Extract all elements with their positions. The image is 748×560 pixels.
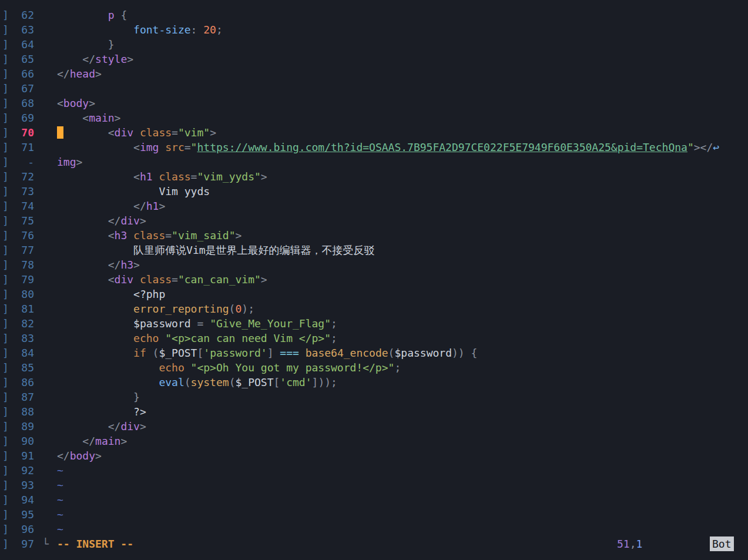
fold-column-marker: ]	[0, 375, 9, 390]
code-line: ]66</head>	[0, 66, 748, 81]
code-token: </	[57, 68, 70, 80]
fold-column-marker: ]	[0, 110, 9, 125]
code-line: ]64 }	[0, 37, 748, 52]
code-text: ~	[57, 463, 748, 478]
code-line: ]73 Vim yyds	[0, 184, 748, 199]
code-line: ]81 error_reporting(0);	[0, 301, 748, 316]
code-line: ]89 </div>	[0, 419, 748, 434]
code-text: </div>	[57, 213, 748, 228]
code-token: ]	[312, 376, 318, 388]
code-token: ~	[57, 494, 63, 506]
code-token: =	[185, 141, 191, 153]
line-number: 97	[9, 536, 34, 551]
code-token	[57, 405, 133, 418]
scroll-position-indicator: Bot	[710, 536, 734, 551]
ruler-column: 1	[636, 538, 643, 550]
code-token: (	[388, 347, 395, 359]
line-number: 63	[9, 22, 34, 37]
code-line: ]75 </div>	[0, 213, 748, 228]
fold-column-marker: ]	[0, 96, 9, 110]
code-token: (	[229, 303, 236, 315]
code-token: <	[133, 170, 140, 183]
code-token: >	[140, 420, 146, 432]
code-token: base64_encode	[306, 347, 388, 359]
code-token	[57, 332, 133, 344]
code-text: ~	[57, 522, 748, 536]
editor[interactable]: ]62 p {]63 font-size: 20;]64 }]65 </styl…	[0, 0, 748, 560]
fold-column-marker: ]	[0, 434, 9, 448]
line-number: 96	[9, 522, 34, 536]
code-token: "<p>Oh You got my password!</p>"	[191, 361, 395, 374]
code-token	[57, 170, 133, 183]
code-token: head	[70, 68, 95, 80]
code-token: ~	[57, 479, 63, 491]
line-number: 81	[9, 301, 34, 316]
code-token: class	[159, 170, 190, 183]
code-token: ;	[331, 332, 337, 344]
code-token: </	[700, 141, 713, 153]
line-number: 73	[9, 184, 34, 199]
code-token: [	[274, 376, 280, 388]
code-line: ]68<body>	[0, 96, 748, 110]
code-text: </div>	[57, 419, 748, 434]
code-text: <h3 class="vim_said">	[57, 228, 748, 243]
code-token: class	[140, 273, 172, 286]
code-token: $password	[133, 317, 191, 330]
code-token: h1	[146, 200, 159, 212]
code-token: 20	[203, 24, 216, 36]
code-text: <div class="vim">	[57, 125, 748, 140]
code-token: 'cmd'	[280, 376, 311, 388]
code-token: img	[140, 141, 159, 153]
code-token: p	[108, 9, 115, 21]
code-token	[153, 170, 159, 183]
code-token	[57, 303, 133, 315]
code-token: >	[133, 259, 140, 271]
status-line: ] 97 └ -- INSERT -- 51,1 Bot	[0, 536, 748, 551]
code-token: =	[172, 273, 178, 286]
code-token: ↩	[713, 141, 719, 153]
code-token	[133, 126, 140, 139]
line-number: 71	[9, 140, 34, 155]
fold-column-marker: ]	[0, 346, 9, 360]
line-number: 74	[9, 199, 34, 213]
code-line: ]88 ?>	[0, 404, 748, 419]
code-token	[57, 53, 82, 65]
code-token: div	[120, 420, 140, 432]
code-token	[127, 229, 133, 242]
line-number: 68	[9, 96, 34, 110]
fold-column-marker: ]	[0, 81, 9, 96]
code-token: <	[108, 273, 115, 286]
code-token	[191, 317, 197, 330]
line-number: 90	[9, 434, 34, 448]
code-token: font-size	[133, 24, 191, 36]
code-text: error_reporting(0);	[57, 301, 748, 316]
code-token: >	[115, 112, 121, 124]
code-line: ]79 <div class="can_can_vim">	[0, 272, 748, 287]
code-line: ]84 if ($_POST['password'] === base64_en…	[0, 346, 748, 360]
code-token: ;	[216, 24, 223, 36]
fold-column-marker: ]	[0, 169, 9, 184]
code-line: ]72 <h1 class="vim_yyds">	[0, 169, 748, 184]
code-token: $password	[394, 347, 452, 359]
code-text: echo "<p>Oh You got my password!</p>";	[57, 360, 748, 375]
line-number: -	[9, 155, 34, 169]
code-line: ]94~	[0, 492, 748, 507]
code-line: ]77 队里师傅说Vim是世界上最好的编辑器，不接受反驳	[0, 243, 748, 257]
fold-column-marker: ]	[0, 125, 9, 140]
code-line: ]93~	[0, 478, 748, 492]
code-token: >	[120, 435, 127, 447]
code-token	[133, 273, 140, 286]
code-token: </	[133, 200, 146, 212]
code-token: "<p>can can need Vim </p>"	[165, 332, 331, 344]
line-number: 67	[9, 81, 34, 96]
code-token: >	[261, 170, 267, 183]
code-line: ]63 font-size: 20;	[0, 22, 748, 37]
code-token: >	[235, 229, 241, 242]
fold-column-marker: ]	[0, 478, 9, 492]
line-number: 94	[9, 492, 34, 507]
code-text: Vim yyds	[57, 184, 748, 199]
code-token: "Give_Me_Your_Flag"	[210, 317, 331, 330]
code-text: ?>	[57, 404, 748, 419]
code-token: style	[95, 53, 127, 65]
code-token: ;	[248, 303, 254, 315]
